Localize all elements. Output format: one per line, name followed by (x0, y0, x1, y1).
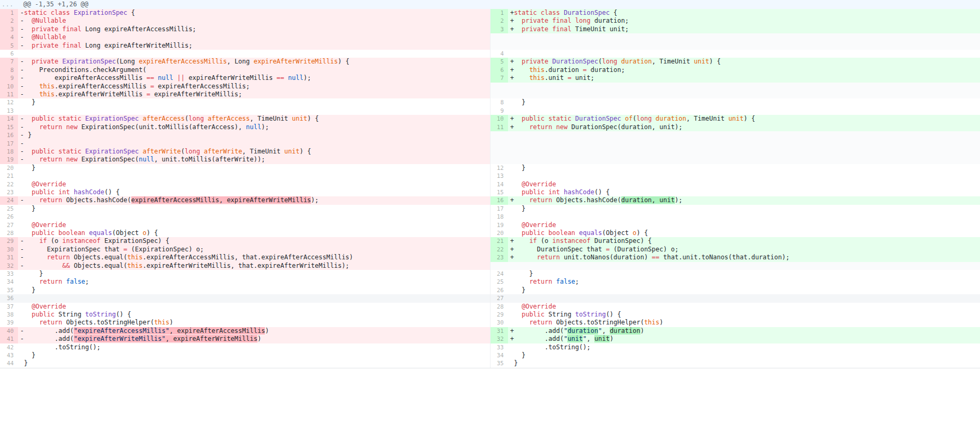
new-line-number-cell[interactable]: 6 (490, 66, 508, 74)
new-line-number-cell[interactable]: 7 (490, 74, 508, 82)
expand-hunk-button[interactable]: ... (0, 0, 18, 9)
old-line-number-cell[interactable]: 3 (0, 25, 18, 33)
new-line-number-cell[interactable]: 12 (490, 164, 508, 172)
diff-row: 27 @Override19 @Override (0, 221, 980, 229)
new-line-number-cell[interactable]: 16 (490, 196, 508, 204)
old-line-number-cell[interactable]: 5 (0, 42, 18, 50)
old-line-number-cell[interactable]: 17 (0, 140, 18, 148)
diff-row: 3- private final Long expireAfterAccessM… (0, 25, 980, 33)
old-line-number-cell[interactable]: 20 (0, 164, 18, 172)
new-line-number-cell[interactable]: 19 (490, 221, 508, 229)
old-line-number-cell[interactable]: 34 (0, 278, 18, 286)
old-line-number-cell[interactable]: 18 (0, 148, 18, 156)
new-code-cell (508, 140, 980, 148)
old-line-number-cell[interactable]: 28 (0, 229, 18, 237)
old-line-number-cell[interactable]: 9 (0, 74, 18, 82)
diff-row: 11- this.expireAfterWriteMillis = expire… (0, 91, 980, 98)
old-line-number-cell[interactable]: 31 (0, 254, 18, 261)
diff-row: 32- && Objects.equal(this.expireAfterWri… (0, 262, 980, 270)
new-line-number-cell[interactable]: 21 (490, 237, 508, 245)
new-line-number-cell[interactable]: 26 (490, 286, 508, 294)
new-line-number-cell[interactable]: 17 (490, 205, 508, 213)
old-line-number-cell[interactable]: 12 (0, 98, 18, 106)
old-line-number-cell[interactable]: 13 (0, 107, 18, 115)
old-line-number-cell[interactable]: 21 (0, 172, 18, 180)
old-code-cell: - @Nullable (18, 17, 490, 25)
new-line-number-cell[interactable]: 15 (490, 188, 508, 196)
old-line-number-cell[interactable]: 35 (0, 286, 18, 294)
new-code-cell: + DurationSpec that = (DurationSpec) o; (508, 246, 980, 254)
old-code-cell: } (18, 98, 490, 106)
old-line-number-cell[interactable]: 4 (0, 33, 18, 41)
new-line-number-cell[interactable]: 31 (490, 327, 508, 335)
old-line-number-cell[interactable]: 39 (0, 319, 18, 327)
old-line-number-cell[interactable]: 27 (0, 221, 18, 229)
old-line-number-cell[interactable]: 10 (0, 83, 18, 91)
old-line-number-cell[interactable]: 41 (0, 335, 18, 343)
old-code-cell: - && Objects.equal(this.expireAfterWrite… (18, 262, 490, 270)
new-line-number-cell[interactable]: 24 (490, 270, 508, 278)
old-line-number-cell[interactable]: 25 (0, 205, 18, 213)
old-line-number-cell[interactable]: 43 (0, 351, 18, 359)
old-line-number-cell[interactable]: 32 (0, 262, 18, 270)
new-line-number-cell[interactable]: 3 (490, 25, 508, 33)
new-line-number-cell[interactable]: 27 (490, 294, 508, 302)
old-line-number-cell[interactable]: 1 (0, 9, 18, 17)
new-line-number-cell[interactable]: 10 (490, 115, 508, 123)
new-line-number-cell[interactable]: 18 (490, 213, 508, 221)
new-line-number-cell[interactable]: 13 (490, 172, 508, 180)
old-code-cell: } (18, 351, 490, 359)
old-line-number-cell[interactable]: 44 (0, 359, 18, 367)
old-line-number-cell[interactable]: 38 (0, 311, 18, 319)
old-line-number-cell[interactable]: 23 (0, 188, 18, 196)
new-line-number-cell[interactable]: 11 (490, 123, 508, 131)
old-line-number-cell[interactable]: 19 (0, 156, 18, 164)
new-code-cell: @Override (508, 303, 980, 311)
old-line-number-cell[interactable]: 6 (0, 50, 18, 58)
old-code-cell (18, 213, 490, 221)
old-line-number-cell[interactable]: 2 (0, 17, 18, 25)
old-line-number-cell[interactable]: 14 (0, 115, 18, 123)
old-line-number-cell[interactable]: 7 (0, 58, 18, 66)
old-line-number-cell[interactable]: 11 (0, 91, 18, 98)
new-line-number-cell[interactable]: 2 (490, 17, 508, 25)
old-line-number-cell[interactable]: 37 (0, 303, 18, 311)
new-line-number-cell[interactable]: 30 (490, 319, 508, 327)
new-line-number-cell[interactable]: 22 (490, 246, 508, 254)
new-line-number-cell[interactable]: 8 (490, 98, 508, 106)
old-line-number-cell[interactable]: 26 (0, 213, 18, 221)
new-line-number-cell[interactable]: 23 (490, 254, 508, 261)
new-line-number-cell[interactable]: 9 (490, 107, 508, 115)
old-code-cell: } (18, 164, 490, 172)
old-line-number-cell[interactable]: 15 (0, 123, 18, 131)
new-line-number-cell[interactable]: 25 (490, 278, 508, 286)
old-code-cell: } (18, 205, 490, 213)
old-line-number-cell[interactable]: 36 (0, 294, 18, 302)
diff-row: 1-static class ExpirationSpec {1+static … (0, 9, 980, 17)
new-line-number-cell[interactable]: 5 (490, 58, 508, 66)
hunk-header: @@ -1,35 +1,26 @@ (18, 0, 980, 9)
old-line-number-cell[interactable]: 24 (0, 196, 18, 204)
old-line-number-cell[interactable]: 40 (0, 327, 18, 335)
new-line-number-cell[interactable]: 32 (490, 335, 508, 343)
diff-row: 4- @Nullable (0, 33, 980, 41)
old-line-number-cell[interactable]: 30 (0, 246, 18, 254)
old-line-number-cell[interactable]: 16 (0, 131, 18, 139)
new-line-number-cell[interactable]: 1 (490, 9, 508, 17)
old-line-number-cell[interactable]: 42 (0, 343, 18, 351)
new-line-number-cell[interactable]: 35 (490, 359, 508, 367)
diff-row: 139 (0, 107, 980, 115)
new-line-number-cell[interactable]: 33 (490, 343, 508, 351)
old-line-number-cell[interactable]: 8 (0, 66, 18, 74)
new-line-number-cell[interactable]: 20 (490, 229, 508, 237)
new-code-cell: + private final TimeUnit unit; (508, 25, 980, 33)
new-line-number-cell[interactable]: 4 (490, 50, 508, 58)
old-line-number-cell[interactable]: 29 (0, 237, 18, 245)
new-line-number-cell[interactable]: 29 (490, 311, 508, 319)
new-line-number-cell[interactable]: 14 (490, 180, 508, 188)
old-line-number-cell[interactable]: 33 (0, 270, 18, 278)
old-line-number-cell[interactable]: 22 (0, 180, 18, 188)
new-line-number-cell[interactable]: 28 (490, 303, 508, 311)
new-code-cell: + .add("unit", unit) (508, 335, 980, 343)
new-line-number-cell[interactable]: 34 (490, 351, 508, 359)
